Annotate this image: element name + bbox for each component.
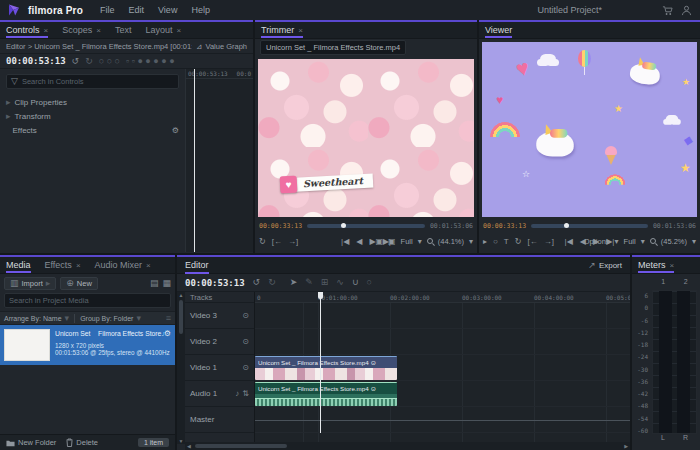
chevron-down-icon[interactable]: ▾: [615, 237, 619, 246]
vertical-scroll-thumb[interactable]: [179, 300, 183, 334]
horizontal-scroll-thumb[interactable]: [195, 444, 287, 448]
chevron-down-icon[interactable]: ▾: [136, 314, 141, 323]
track-header-video1[interactable]: Video 1 ⊙: [185, 355, 254, 381]
tab-text[interactable]: Text: [115, 22, 132, 38]
expand-arrow-icon[interactable]: ▸: [6, 98, 11, 107]
track-header-audio1[interactable]: Audio 1 ♪ ⇅: [185, 381, 254, 407]
new-folder-button[interactable]: New Folder: [6, 438, 56, 447]
step-forward-icon[interactable]: ▶|: [383, 237, 391, 246]
vertical-scrollbar[interactable]: ▲ ▼: [177, 292, 185, 444]
controls-timecode[interactable]: 00:00:53:13: [6, 56, 66, 66]
scroll-right-arrow-icon[interactable]: ▶: [624, 443, 628, 449]
fit-mode-dropdown[interactable]: Full: [401, 237, 413, 246]
menu-file[interactable]: File: [97, 5, 118, 15]
timeline-lane-video2[interactable]: [255, 329, 630, 355]
expand-arrow-icon[interactable]: ▸: [6, 112, 11, 121]
scroll-left-arrow-icon[interactable]: ◀: [187, 443, 191, 449]
chevron-down-icon[interactable]: ▾: [641, 237, 645, 246]
clip-effect-icon[interactable]: ⊙: [371, 359, 376, 366]
step-forward-icon[interactable]: ▶|: [606, 237, 614, 246]
controls-keyframe-timeline[interactable]: 00:00:53:13 00:0: [185, 69, 253, 252]
value-graph-button[interactable]: ⊿ Value Graph: [196, 42, 247, 51]
viewer-scrub-bar[interactable]: [531, 224, 648, 228]
scroll-down-arrow-icon[interactable]: ▼: [179, 438, 184, 444]
eye-icon[interactable]: ⊙: [242, 311, 249, 320]
timeline-playhead[interactable]: [320, 292, 321, 433]
tab-audio-mixer[interactable]: Audio Mixer×: [95, 257, 151, 273]
scroll-up-arrow-icon[interactable]: ▲: [179, 292, 184, 298]
tree-item-transform[interactable]: ▸ Transform: [6, 109, 179, 123]
viewer-preview[interactable]: ♥ ♥ ★ ★ ☆ ★ ◆: [482, 42, 697, 217]
filter-icon[interactable]: ▽: [11, 77, 18, 86]
tab-editor[interactable]: Editor: [185, 257, 209, 274]
gear-icon[interactable]: ⚙: [172, 126, 179, 135]
play-icon[interactable]: ▶: [370, 237, 376, 246]
keyframe-playhead[interactable]: [194, 69, 195, 252]
select-tool-icon[interactable]: ➤: [290, 278, 298, 287]
list-view-icon[interactable]: ▤: [150, 278, 159, 288]
track-header-video3[interactable]: Video 3 ⊙: [185, 303, 254, 329]
chevron-down-icon[interactable]: ▾: [469, 237, 473, 246]
editor-timecode[interactable]: 00:00:53:13: [185, 278, 245, 288]
video-clip[interactable]: Unicorn Set _ Filmora Effects Store.mp4 …: [255, 356, 397, 380]
trimmer-playhead-dot[interactable]: [341, 223, 346, 228]
chevron-down-icon[interactable]: ▾: [418, 237, 422, 246]
controls-search-input[interactable]: [22, 77, 174, 86]
prev-frame-icon[interactable]: |◀: [341, 237, 349, 246]
loop-icon[interactable]: ↻: [515, 237, 522, 246]
controls-search-box[interactable]: ▽: [6, 74, 179, 89]
mark-in-icon[interactable]: [←: [527, 237, 537, 246]
tab-media[interactable]: Media: [6, 257, 31, 273]
loop-icon[interactable]: ↻: [259, 237, 266, 246]
zoom-level-dropdown[interactable]: (44.1%): [438, 237, 464, 246]
close-icon[interactable]: ×: [146, 261, 151, 270]
mark-in-icon[interactable]: [←: [272, 237, 282, 246]
timeline-playhead-handle[interactable]: [318, 292, 323, 299]
menu-help[interactable]: Help: [188, 5, 213, 15]
redo-icon[interactable]: ↻: [85, 57, 93, 66]
undo-icon[interactable]: ↺: [253, 278, 261, 287]
timeline-ruler[interactable]: 0 00:01:00:00 00:02:00:00 00:03:00:00 00…: [255, 292, 630, 303]
export-button[interactable]: ↗ Export: [588, 261, 622, 270]
trimmer-clip-tab[interactable]: Unicorn Set _ Filmora Effects Store.mp4: [260, 40, 406, 55]
undo-icon[interactable]: ↺: [72, 57, 80, 66]
step-back-icon[interactable]: ◀: [580, 237, 586, 246]
eye-icon[interactable]: ⊙: [242, 337, 249, 346]
tab-meters[interactable]: Meters×: [638, 257, 674, 273]
media-search-box[interactable]: [4, 293, 171, 308]
close-icon[interactable]: ×: [176, 26, 181, 35]
menu-edit[interactable]: Edit: [126, 5, 148, 15]
media-item-selected[interactable]: Unicorn Set _ Filmora Effects Store.mp4 …: [0, 325, 175, 365]
trimmer-preview[interactable]: ♥ Sweetheart: [258, 59, 474, 217]
mark-out-icon[interactable]: →]: [544, 237, 554, 246]
close-icon[interactable]: ×: [298, 26, 303, 35]
tab-trimmer[interactable]: Trimmer×: [261, 22, 303, 38]
close-icon[interactable]: ×: [44, 26, 49, 35]
arrange-by-dropdown[interactable]: Arrange By: Name: [4, 315, 62, 322]
keyframe-nav-icons[interactable]: ○ ○ ○: [99, 57, 120, 66]
mask-tool-icon[interactable]: ○: [493, 237, 498, 246]
close-icon[interactable]: ×: [76, 261, 81, 270]
eye-icon[interactable]: ⊙: [242, 363, 249, 372]
tree-item-clip-properties[interactable]: ▸ Clip Properties: [6, 95, 179, 109]
text-tool-icon[interactable]: T: [504, 237, 509, 246]
chevron-down-icon[interactable]: ▾: [65, 314, 70, 323]
tree-item-effects[interactable]: Effects ⚙: [6, 123, 179, 137]
delete-button[interactable]: Delete: [66, 438, 98, 447]
clip-effect-icon[interactable]: ⊙: [371, 385, 376, 392]
play-overlay-icon[interactable]: ▸: [483, 237, 487, 246]
mark-out-icon[interactable]: →]: [288, 237, 298, 246]
tab-viewer[interactable]: Viewer: [485, 22, 512, 38]
rate-tool-icon[interactable]: ∿: [336, 278, 344, 287]
prev-frame-icon[interactable]: |◀: [565, 237, 573, 246]
snapping-magnet-icon[interactable]: ∪: [352, 278, 359, 287]
audio-clip[interactable]: Unicorn Set _ Filmora Effects Store.mp4 …: [255, 382, 397, 406]
pen-tool-icon[interactable]: ✎: [305, 278, 313, 287]
close-icon[interactable]: ×: [96, 26, 101, 35]
menu-view[interactable]: View: [155, 5, 180, 15]
grid-view-icon[interactable]: ▦: [162, 278, 171, 288]
import-dropdown-arrow-icon[interactable]: ▸: [46, 279, 51, 288]
trim-tool-icon[interactable]: ⊞: [321, 278, 329, 287]
keyframe-toggle-icons[interactable]: ▫ ▫ ● ● ● ● ●: [126, 57, 175, 66]
chevron-down-icon[interactable]: ▾: [692, 237, 696, 246]
